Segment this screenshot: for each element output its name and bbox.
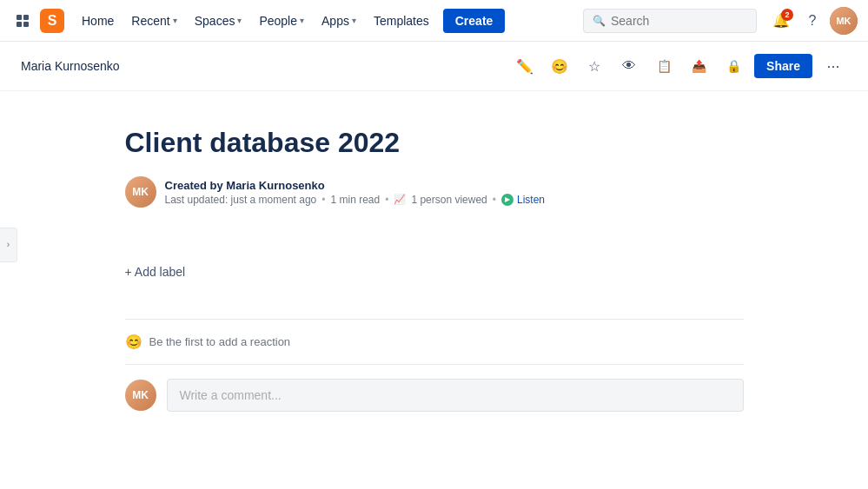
watch-icon-button[interactable]: 👁 (615, 52, 643, 80)
star-icon-button[interactable]: ☆ (580, 52, 608, 80)
user-avatar[interactable]: MK (830, 7, 858, 35)
nav-templates[interactable]: Templates (367, 9, 436, 33)
search-box[interactable]: 🔍 (583, 9, 757, 33)
comment-input[interactable]: Write a comment... (167, 379, 744, 412)
apps-chevron-icon: ▾ (352, 16, 356, 25)
more-options-button[interactable]: ··· (819, 52, 847, 80)
reaction-emoji-icon: 😊 (125, 334, 142, 350)
toolbar-actions: ✏️ 😊 ☆ 👁 📋 📤 🔒 Share ··· (511, 52, 847, 80)
content-area: Maria Kurnosenko ✏️ 😊 ☆ 👁 📋 📤 🔒 (0, 42, 868, 489)
author-name: Created by Maria Kurnosenko (165, 179, 546, 192)
logo-area: S (10, 9, 64, 33)
nav-spaces[interactable]: Spaces ▾ (188, 9, 249, 33)
chevron-right-icon: › (7, 240, 10, 249)
author-info: Created by Maria Kurnosenko Last updated… (165, 179, 546, 206)
star-icon: ☆ (588, 58, 600, 75)
page-title: Client database 2022 (125, 126, 744, 159)
more-icon: ··· (826, 57, 839, 76)
page-toolbar: Maria Kurnosenko ✏️ 😊 ☆ 👁 📋 📤 🔒 (0, 42, 868, 91)
help-button[interactable]: ? (798, 7, 826, 35)
nav-icon-group: 🔔 2 ? MK (767, 7, 858, 35)
notification-badge: 2 (781, 9, 793, 21)
read-time: 1 min read (330, 194, 380, 206)
svg-rect-0 (17, 15, 22, 20)
grid-icon-button[interactable] (10, 9, 35, 33)
listen-button[interactable]: ▶ Listen (501, 194, 545, 206)
edit-icon-button[interactable]: ✏️ (511, 52, 539, 80)
add-label-button[interactable]: + Add label (125, 260, 744, 284)
nav-recent[interactable]: Recent ▾ (124, 9, 183, 33)
nav-people[interactable]: People ▾ (252, 9, 311, 33)
comment-area: MK Write a comment... (125, 364, 744, 426)
sidebar-toggle-button[interactable]: › (0, 228, 17, 262)
app-logo[interactable]: S (40, 9, 64, 33)
svg-rect-3 (23, 22, 29, 27)
svg-rect-2 (17, 22, 22, 27)
grid-icon (16, 14, 30, 28)
search-icon: 🔍 (593, 15, 606, 27)
separator-dot-3: • (493, 194, 496, 206)
eye-icon: 👁 (622, 58, 636, 74)
listen-play-icon: ▶ (501, 194, 514, 206)
emoji-icon: 😊 (551, 58, 568, 75)
emoji-icon-button[interactable]: 😊 (546, 52, 573, 80)
notifications-button[interactable]: 🔔 2 (767, 7, 795, 35)
nav-apps[interactable]: Apps ▾ (315, 9, 363, 33)
lock-icon: 🔒 (726, 59, 741, 73)
author-row: MK Created by Maria Kurnosenko Last upda… (125, 176, 744, 208)
export-icon-button[interactable]: 📤 (685, 52, 712, 80)
breadcrumb: Maria Kurnosenko (21, 59, 511, 73)
edit-icon: ✏️ (516, 58, 533, 75)
author-meta: Last updated: just a moment ago • 1 min … (165, 194, 546, 206)
nav-home[interactable]: Home (75, 9, 121, 33)
page-content: Client database 2022 MK Created by Maria… (104, 91, 765, 489)
view-count: 1 person viewed (411, 194, 487, 206)
svg-rect-1 (23, 15, 29, 20)
reaction-label: Be the first to add a reaction (149, 335, 291, 348)
export-icon: 📤 (692, 59, 706, 73)
create-button[interactable]: Create (443, 9, 506, 33)
search-input[interactable] (611, 14, 747, 28)
lock-icon-button[interactable]: 🔒 (719, 52, 747, 80)
top-navigation: S Home Recent ▾ Spaces ▾ People ▾ Apps ▾… (0, 0, 868, 42)
last-updated: Last updated: just a moment ago (165, 194, 317, 206)
author-avatar: MK (125, 176, 156, 208)
share-button[interactable]: Share (754, 54, 812, 78)
view-icon: 📈 (394, 194, 406, 205)
comment-user-avatar: MK (125, 380, 156, 411)
info-icon-button[interactable]: 📋 (650, 52, 678, 80)
separator-dot-2: • (385, 194, 388, 206)
info-icon: 📋 (657, 59, 672, 73)
recent-chevron-icon: ▾ (173, 16, 177, 25)
people-chevron-icon: ▾ (300, 16, 304, 25)
help-icon: ? (809, 13, 817, 29)
spaces-chevron-icon: ▾ (237, 16, 242, 25)
reactions-row: 😊 Be the first to add a reaction (125, 319, 744, 364)
separator-dot-1: • (321, 194, 325, 206)
